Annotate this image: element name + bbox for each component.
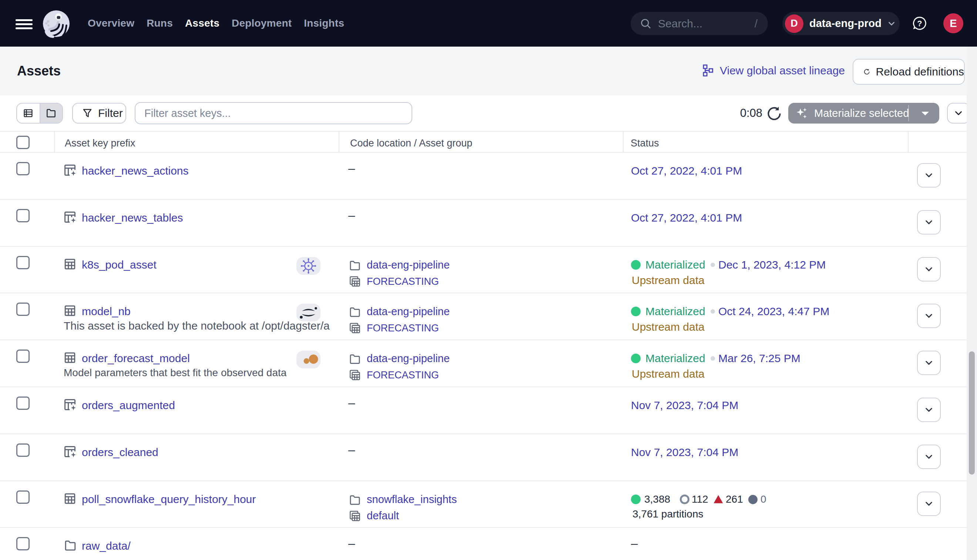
- svg-text:?: ?: [917, 19, 922, 28]
